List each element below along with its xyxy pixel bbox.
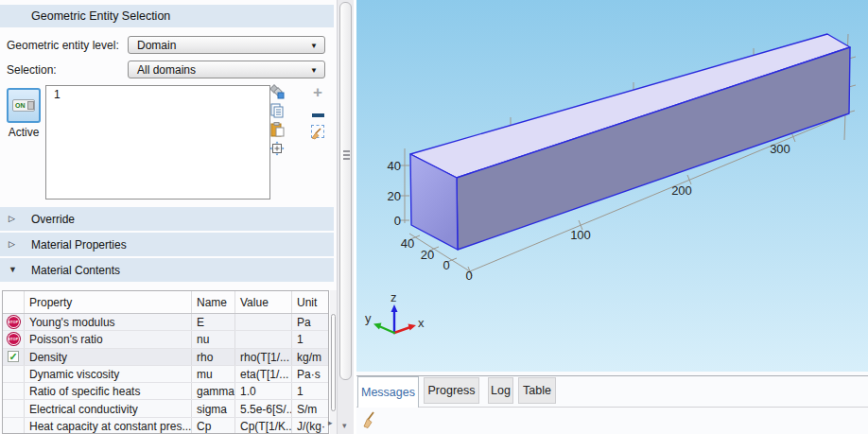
z-tick-label: 20: [388, 189, 401, 203]
selection-dropdown[interactable]: All domains ▼: [128, 61, 325, 78]
expanded-triangle-icon: ▼: [9, 266, 17, 274]
section-override[interactable]: ▷ Override: [0, 207, 334, 231]
y-tick-label: 40: [401, 236, 414, 251]
settings-scrollbar[interactable]: ▾: [337, 0, 354, 434]
table-scrollbar[interactable]: [330, 290, 337, 434]
table-row[interactable]: ✓ Density rho rho(T[1/... kg/m: [3, 349, 328, 366]
copy-icon[interactable]: [269, 102, 286, 119]
collapsed-triangle-icon: ▷: [9, 240, 15, 249]
graphics-canvas[interactable]: 40 20 0 40 20 0 0 100 200 300: [356, 0, 868, 372]
x-tick-label: 300: [770, 142, 790, 156]
clear-selection-icon[interactable]: [309, 123, 326, 140]
remove-from-selection-icon[interactable]: [309, 107, 326, 124]
x-tick-label: 200: [671, 183, 692, 198]
z-tick-label: 40: [388, 159, 401, 173]
col-value: Value: [235, 291, 292, 313]
x-tick-label: 0: [465, 269, 472, 283]
clear-messages-icon[interactable]: [362, 411, 377, 428]
z-tick-label: 0: [394, 214, 401, 228]
scrollbar-thumb[interactable]: [339, 2, 352, 380]
table-row[interactable]: Heat capacity at constant pres... Cp Cp(…: [3, 418, 328, 434]
paste-icon[interactable]: [269, 121, 286, 138]
scroll-down-icon[interactable]: ▾: [342, 421, 347, 430]
chevron-down-icon: ▼: [310, 42, 318, 50]
tab-table[interactable]: Table: [518, 377, 556, 404]
settings-header: Geometric Entity Selection: [0, 5, 334, 27]
section-material-contents[interactable]: ▼ Material Contents: [0, 258, 334, 282]
add-to-selection-icon[interactable]: +: [309, 84, 326, 101]
tab-log[interactable]: Log: [488, 377, 513, 404]
on-toggle-icon: ON: [12, 99, 35, 112]
table-header-row: Property Name Value Unit: [3, 291, 328, 314]
bottom-panel: Messages Progress Log Table: [356, 372, 868, 434]
table-row[interactable]: STOP Young's modulus E Pa: [3, 314, 328, 331]
y-tick-label: 0: [443, 258, 449, 272]
section-material-properties[interactable]: ▷ Material Properties: [0, 233, 334, 256]
table-scroll-right-icon[interactable]: ▸: [328, 418, 333, 427]
material-contents-table: Property Name Value Unit STOP Young's mo…: [2, 290, 329, 434]
table-row[interactable]: Ratio of specific heats gamma 1.0 1: [3, 383, 328, 400]
settings-panel: Geometric Entity Selection Geometric ent…: [0, 0, 337, 434]
stop-icon: STOP: [8, 333, 20, 345]
selection-value: All domains: [137, 63, 196, 77]
collapsed-triangle-icon: ▷: [9, 215, 15, 223]
entity-level-dropdown[interactable]: Domain ▼: [128, 36, 325, 54]
zoom-to-selection-icon[interactable]: [269, 140, 286, 157]
selection-list-item[interactable]: 1: [46, 86, 269, 101]
table-row[interactable]: STOP Poisson's ratio nu 1: [3, 331, 328, 348]
active-toggle-button[interactable]: ON: [7, 88, 41, 123]
y-tick-label: 20: [421, 248, 434, 262]
check-icon: ✓: [8, 351, 19, 362]
panel-title: Geometric Entity Selection: [31, 9, 170, 23]
table-row[interactable]: Electrical conductivity sigma 5.5e-6[S/.…: [3, 400, 328, 417]
col-unit: Unit: [292, 291, 328, 313]
triad-x-label: x: [418, 316, 425, 330]
table-row[interactable]: Dynamic viscosity mu eta(T[1/... Pa·s: [3, 366, 328, 383]
x-tick-label: 100: [570, 228, 591, 242]
stop-icon: STOP: [8, 316, 20, 328]
col-property: Property: [25, 291, 192, 313]
entity-level-value: Domain: [137, 39, 176, 52]
selection-label: Selection:: [7, 61, 57, 78]
col-name: Name: [192, 291, 235, 313]
create-selection-icon[interactable]: [269, 83, 286, 100]
entity-level-label: Geometric entity level:: [7, 36, 119, 54]
chevron-down-icon: ▼: [310, 66, 318, 75]
comsol-window: Geometric Entity Selection Geometric ent…: [0, 0, 868, 434]
triad-y-label: y: [365, 311, 372, 325]
tab-messages[interactable]: Messages: [357, 376, 419, 408]
tab-progress[interactable]: Progress: [424, 377, 479, 404]
triad-z-label: z: [391, 290, 397, 304]
selection-listbox[interactable]: 1: [45, 85, 270, 200]
active-label: Active: [0, 126, 47, 139]
